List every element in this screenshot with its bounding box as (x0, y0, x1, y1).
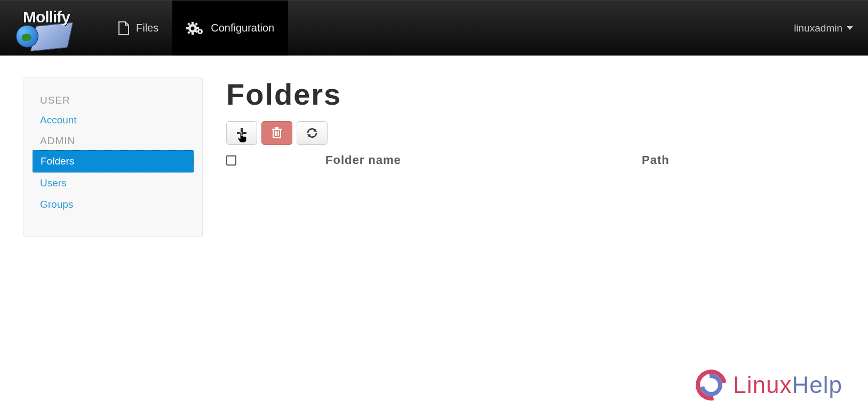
folders-table-header: Folder name Path (226, 149, 834, 167)
config-sidebar: USER Account ADMIN Folders Users Groups (23, 77, 203, 237)
column-path[interactable]: Path (642, 153, 834, 167)
linuxhelp-logo-icon (696, 370, 727, 401)
svg-rect-4 (196, 27, 199, 29)
file-icon (118, 21, 130, 35)
sidebar-section-admin: ADMIN (33, 131, 194, 150)
svg-rect-3 (186, 27, 189, 29)
nav-configuration[interactable]: Configuration (172, 1, 288, 56)
svg-rect-13 (237, 132, 246, 134)
user-menu[interactable]: linuxadmin (779, 1, 868, 56)
user-menu-label: linuxadmin (794, 22, 842, 34)
main-content: Folders (226, 77, 845, 237)
app-logo[interactable]: Mollify (0, 1, 104, 56)
svg-point-9 (191, 26, 195, 30)
svg-rect-15 (272, 129, 282, 130)
sidebar-item-users[interactable]: Users (33, 172, 194, 194)
sidebar-item-groups[interactable]: Groups (33, 194, 194, 215)
svg-rect-1 (192, 22, 194, 25)
column-folder-name[interactable]: Folder name (258, 153, 642, 167)
add-folder-button[interactable] (226, 121, 257, 145)
linuxhelp-watermark: LinuxHelp (696, 370, 842, 401)
select-all-checkbox[interactable] (226, 155, 236, 166)
sidebar-section-user: USER (33, 90, 194, 109)
app-logo-text: Mollify (23, 8, 70, 26)
nav-files[interactable]: Files (104, 1, 172, 56)
nav-configuration-label: Configuration (211, 22, 274, 34)
refresh-button[interactable] (297, 121, 328, 145)
delete-folder-button[interactable] (261, 121, 292, 145)
trash-icon (272, 127, 282, 139)
app-logo-graphic: Mollify (13, 7, 91, 50)
nav-files-label: Files (136, 22, 158, 34)
svg-rect-16 (275, 127, 278, 129)
top-navbar: Mollify Files (0, 0, 868, 56)
refresh-icon (306, 128, 318, 138)
page-title: Folders (226, 77, 834, 112)
folders-toolbar (226, 121, 834, 145)
gears-icon (186, 21, 204, 35)
chevron-down-icon (847, 26, 853, 30)
plus-icon (236, 128, 247, 138)
sidebar-item-account[interactable]: Account (33, 109, 194, 131)
svg-rect-2 (192, 32, 194, 35)
sidebar-item-folders[interactable]: Folders (33, 150, 194, 172)
svg-point-11 (199, 30, 201, 33)
linuxhelp-logo-text: LinuxHelp (733, 372, 842, 398)
